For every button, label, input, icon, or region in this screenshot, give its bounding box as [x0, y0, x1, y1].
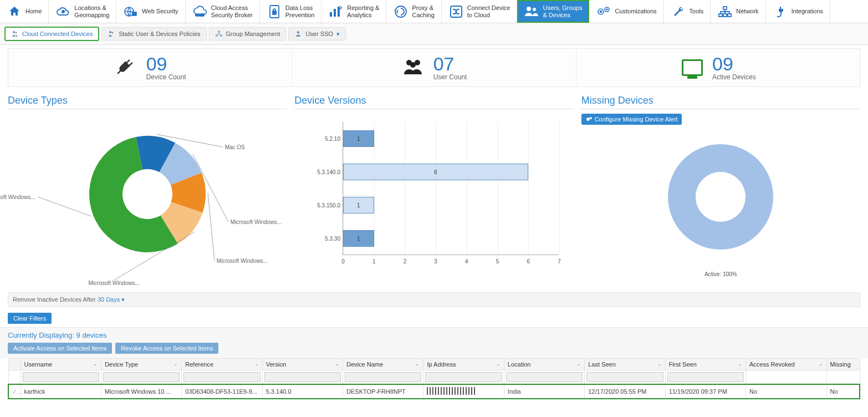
- panel-device-versions: Device Versions 012345675.2.1015.3.140.0…: [294, 93, 573, 280]
- nav-home[interactable]: Home: [0, 0, 49, 23]
- svg-point-39: [590, 117, 592, 119]
- cell-username: karthick: [21, 384, 101, 399]
- svg-rect-20: [723, 14, 727, 17]
- nav-network[interactable]: Network: [711, 0, 765, 23]
- svg-rect-6: [330, 12, 332, 17]
- filter-device-name[interactable]: [345, 372, 421, 382]
- nav-casb[interactable]: CASB Cloud Access Security Broker: [186, 0, 260, 23]
- cell-access-revoked: No: [746, 384, 826, 399]
- nav-locations[interactable]: Locations & Geomapping: [49, 0, 116, 23]
- currently-displaying: Currently Displaying: 9 devices: [0, 327, 868, 340]
- th-device-name[interactable]: Device Name⌄: [343, 359, 423, 370]
- nav-integrations[interactable]: Integrations: [766, 0, 830, 23]
- counter-device-count: 09 Device Count: [8, 49, 292, 87]
- nav-customizations[interactable]: Customizations: [589, 0, 663, 23]
- devices-table: Username⌄ Device Type⌄ Reference⌄ Versio…: [8, 358, 860, 399]
- shuffle-icon: [448, 4, 464, 19]
- svg-rect-7: [334, 9, 336, 17]
- cell-last-seen: 12/17/2020 05:55 PM: [585, 384, 665, 399]
- nav-dlp[interactable]: Data Loss Prevention: [260, 0, 322, 23]
- filter-reference[interactable]: [183, 372, 260, 382]
- nav-web-security[interactable]: Web Security: [116, 0, 185, 23]
- filter-ip[interactable]: [425, 372, 502, 382]
- nav-users-groups-devices[interactable]: Users, Groups & Devices: [517, 0, 589, 23]
- svg-point-32: [410, 62, 416, 68]
- lock-doc-icon: [267, 4, 282, 19]
- svg-rect-2: [132, 12, 136, 16]
- table-check-all[interactable]: [8, 359, 21, 370]
- th-location[interactable]: Location⌄: [504, 359, 584, 370]
- filter-version[interactable]: [264, 372, 341, 382]
- group-mini-icon: [215, 30, 223, 38]
- svg-point-0: [62, 11, 64, 13]
- svg-point-24: [109, 31, 111, 33]
- svg-point-12: [527, 7, 531, 11]
- gears-icon: [596, 4, 611, 19]
- svg-point-9: [339, 7, 341, 9]
- row-checkbox[interactable]: ✓: [8, 384, 21, 399]
- th-version[interactable]: Version⌄: [262, 359, 343, 370]
- panel-missing-devices: Missing Devices Configure Missing Device…: [581, 93, 860, 280]
- subnav-group-management[interactable]: Group Management: [209, 27, 287, 40]
- revoke-access-button[interactable]: Revoke Access on Selected Items: [115, 343, 218, 354]
- th-username[interactable]: Username⌄: [21, 359, 101, 370]
- th-reference[interactable]: Reference⌄: [182, 359, 262, 370]
- svg-rect-5: [273, 11, 276, 14]
- users-icon: [401, 58, 426, 78]
- cell-device-type: Microsoft Windows 10 ...: [101, 384, 181, 399]
- casb-icon: CASB: [192, 4, 208, 19]
- configure-missing-device-alert-button[interactable]: Configure Missing Device Alert: [581, 114, 682, 125]
- cell-first-seen: 11/19/2020 09:37 PM: [665, 384, 746, 399]
- missing-devices-donut[interactable]: [649, 125, 793, 269]
- subnav-cloud-connected-devices[interactable]: Cloud Connected Devices: [4, 27, 99, 41]
- svg-rect-19: [719, 14, 722, 17]
- panel-title: Device Types: [8, 93, 287, 109]
- svg-point-38: [586, 118, 590, 121]
- users-mini-icon: [11, 30, 19, 38]
- cell-ip: [423, 384, 504, 399]
- svg-point-29: [297, 31, 299, 33]
- cell-version: 5.3.140.0: [262, 384, 343, 399]
- nav-connect-device[interactable]: Connect Device to Cloud: [442, 0, 518, 23]
- th-first-seen[interactable]: First Seen⌄: [665, 359, 746, 370]
- filter-device-type[interactable]: [103, 372, 180, 382]
- filter-last-seen[interactable]: [586, 372, 663, 382]
- filter-first-seen[interactable]: [667, 372, 744, 382]
- device-types-donut[interactable]: [9, 114, 286, 280]
- gears-mini-icon: [586, 116, 593, 123]
- wrench-icon: [671, 4, 686, 19]
- subnav-user-sso[interactable]: User SSO ▾: [288, 27, 346, 40]
- th-last-seen[interactable]: Last Seen⌄: [585, 359, 665, 370]
- table-row[interactable]: ✓ karthick Microsoft Windows 10 ... 03D6…: [8, 384, 860, 399]
- filter-location[interactable]: [506, 372, 583, 382]
- th-device-type[interactable]: Device Type⌄: [101, 359, 181, 370]
- missing-caption: Active: 100%: [581, 271, 860, 277]
- svg-point-22: [13, 31, 15, 33]
- counter-user-count: 07 User Count: [292, 49, 576, 87]
- counter-active-devices: 09 Active Devices: [576, 49, 860, 87]
- sub-nav: Cloud Connected Devices Static User & De…: [0, 23, 868, 45]
- cell-reference: 03D63408-DF53-11E9-9...: [182, 384, 262, 399]
- device-versions-bar-chart[interactable]: 012345675.2.1015.3.140.065.3.150.015.3.3…: [304, 122, 564, 272]
- network-icon: [717, 4, 733, 19]
- svg-point-15: [600, 11, 602, 12]
- svg-line-35: [208, 192, 215, 261]
- panels-row: Device Types Mac OSMicrosoft Windows...M…: [0, 93, 868, 290]
- nav-reporting[interactable]: Reporting & Analytics: [321, 0, 386, 23]
- inactive-days-dropdown[interactable]: 30 Days ▾: [98, 296, 125, 303]
- users-mini-icon: [108, 30, 115, 38]
- filter-username[interactable]: [23, 372, 99, 382]
- activate-access-button[interactable]: Activate Access on Selected Items: [8, 343, 112, 354]
- nav-tools[interactable]: Tools: [664, 0, 711, 23]
- th-missing[interactable]: Missing: [826, 359, 860, 370]
- svg-point-13: [533, 8, 536, 11]
- table-filter-row: [8, 370, 860, 385]
- cloud-icon: [55, 4, 71, 19]
- nav-proxy[interactable]: Proxy & Caching: [386, 0, 441, 23]
- cell-device-name: DESKTOP-FRH8NPT: [343, 384, 423, 399]
- subnav-static-policies[interactable]: Static User & Devices Policies: [101, 27, 206, 40]
- bulk-action-row: Activate Access on Selected Items Revoke…: [0, 340, 868, 358]
- clear-filters-button[interactable]: Clear Filters: [8, 313, 52, 324]
- th-access-revoked[interactable]: Access Revoked⌄: [746, 359, 826, 370]
- th-ip-address[interactable]: Ip Address⌄: [423, 359, 504, 370]
